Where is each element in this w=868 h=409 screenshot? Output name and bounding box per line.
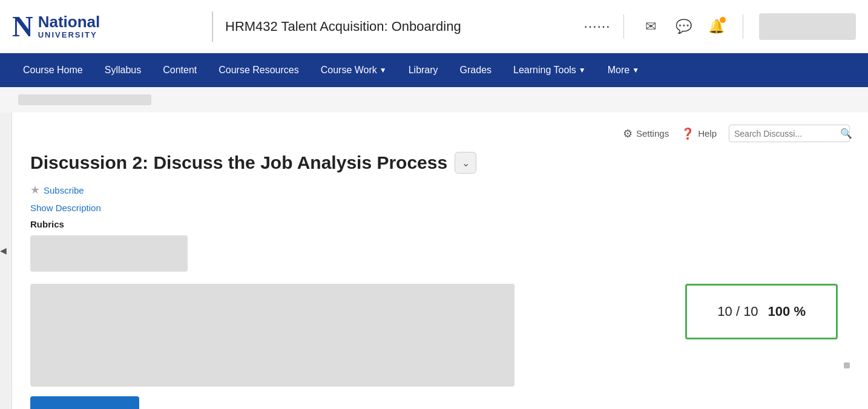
help-label: Help xyxy=(698,128,717,139)
notification-badge xyxy=(720,17,726,23)
rubrics-label: Rubrics xyxy=(30,219,850,229)
subscribe-star-icon: ★ xyxy=(30,183,40,197)
settings-gear-icon: ⚙ xyxy=(623,127,633,140)
chat-icon[interactable]: 💬 xyxy=(672,16,694,38)
subscribe-link[interactable]: Subscribe xyxy=(44,185,84,195)
main-content: ◀ ⚙ Settings ❓ Help 🔍 Discussion 2: Disc… xyxy=(0,113,868,409)
help-circle-icon: ❓ xyxy=(681,127,694,140)
bottom-action-button[interactable] xyxy=(30,396,139,409)
header-icons: ⋯⋯ ✉ 💬 🔔 xyxy=(586,13,856,40)
discussion-title-row: Discussion 2: Discuss the Job Analysis P… xyxy=(30,152,850,174)
settings-label: Settings xyxy=(636,128,669,139)
show-description-link[interactable]: Show Description xyxy=(30,203,850,213)
grade-row: 10 / 10 100 % xyxy=(30,284,850,387)
score-box-area: 10 / 10 100 % xyxy=(527,284,850,368)
nav-content[interactable]: Content xyxy=(152,53,208,87)
breadcrumb-area xyxy=(0,87,868,113)
nav-course-resources[interactable]: Course Resources xyxy=(208,53,310,87)
logo-text: National UNIVERSITY xyxy=(38,13,100,39)
nav-library[interactable]: Library xyxy=(398,53,449,87)
score-fraction: 10 / 10 xyxy=(717,304,758,319)
course-work-chevron-icon: ▼ xyxy=(380,66,387,74)
header-separator-2 xyxy=(743,15,743,39)
header-separator xyxy=(623,15,624,39)
search-input[interactable] xyxy=(734,129,840,139)
discussion-content-placeholder xyxy=(30,284,515,387)
user-avatar[interactable] xyxy=(759,13,856,40)
mail-icon[interactable]: ✉ xyxy=(640,16,662,38)
nav-grades[interactable]: Grades xyxy=(449,53,502,87)
sidebar-collapse-icon: ◀ xyxy=(0,246,7,255)
rubrics-placeholder xyxy=(30,235,188,272)
nav-more[interactable]: More ▼ xyxy=(597,53,650,87)
course-title: HRM432 Talent Acquisition: Onboarding xyxy=(225,19,586,34)
discussion-title: Discussion 2: Discuss the Job Analysis P… xyxy=(30,152,447,173)
settings-link[interactable]: ⚙ Settings xyxy=(623,127,669,140)
more-chevron-icon: ▼ xyxy=(632,66,639,74)
search-icon: 🔍 xyxy=(840,128,852,139)
notification-icon[interactable]: 🔔 xyxy=(705,16,727,38)
score-box: 10 / 10 100 % xyxy=(685,284,838,339)
sidebar-toggle[interactable]: ◀ xyxy=(0,113,12,409)
header: N National UNIVERSITY HRM432 Talent Acqu… xyxy=(0,0,868,53)
subscribe-row: ★ Subscribe xyxy=(30,183,850,197)
content-area: ⚙ Settings ❓ Help 🔍 Discussion 2: Discus… xyxy=(12,113,868,409)
scroll-indicator xyxy=(844,362,850,368)
grid-icon[interactable]: ⋯⋯ xyxy=(586,16,608,38)
logo-n-icon: N xyxy=(12,12,33,41)
help-link[interactable]: ❓ Help xyxy=(681,127,717,140)
logo-university: UNIVERSITY xyxy=(38,31,100,39)
score-percent: 100 % xyxy=(768,304,806,319)
nav-learning-tools[interactable]: Learning Tools ▼ xyxy=(502,53,597,87)
learning-tools-chevron-icon: ▼ xyxy=(579,66,586,74)
title-dropdown-button[interactable]: ⌄ xyxy=(455,152,476,174)
nav-course-home[interactable]: Course Home xyxy=(12,53,94,87)
main-nav: Course Home Syllabus Content Course Reso… xyxy=(0,53,868,87)
nav-course-work[interactable]: Course Work ▼ xyxy=(310,53,398,87)
content-topbar: ⚙ Settings ❓ Help 🔍 xyxy=(30,125,850,142)
nav-syllabus[interactable]: Syllabus xyxy=(94,53,152,87)
logo-area: N National UNIVERSITY xyxy=(12,12,200,41)
breadcrumb xyxy=(18,94,151,105)
header-divider xyxy=(212,11,213,42)
search-box[interactable]: 🔍 xyxy=(729,125,850,142)
logo-national: National xyxy=(38,13,100,31)
